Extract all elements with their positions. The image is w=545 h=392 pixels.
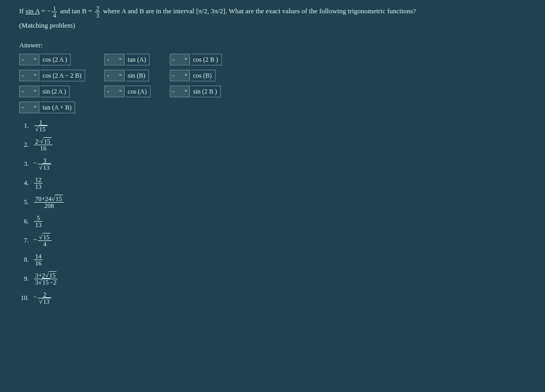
fraction-den: 15 [34,126,48,132]
key-expression: 3+215315−2 [33,272,59,286]
key-expression: 1416 [33,253,44,266]
dropdown-wrap: - [19,70,39,81]
sqrt-arg: 15 [44,137,52,145]
q-eq1: = [42,7,45,15]
q-and: and [60,7,70,15]
sqrt-arg: 13 [43,163,51,171]
match-label: cos (B) [191,70,216,81]
answer-key: 1.1152.2·15163.−3134.12135.70+24152086.5… [19,119,526,305]
fraction-num: 15 [38,234,52,241]
dropdown-wrap: - [19,102,39,113]
match-select[interactable]: - [19,70,39,81]
match-cell: -tan (A) [104,53,151,66]
match-select[interactable]: - [104,86,125,97]
key-index: 3. [19,160,29,168]
key-index: 6. [19,218,29,226]
fraction: 513 [34,215,43,228]
key-expression: −313 [33,157,53,171]
match-cell: -cos (2 A − 2 B) [19,69,85,82]
match-select[interactable]: - [104,54,125,65]
key-item: 1.115 [19,119,526,132]
fraction-den: 13 [38,298,52,305]
match-cell: -cos (2 A ) [19,53,85,66]
sqrt-icon [38,279,42,286]
key-item: 6.513 [19,214,526,228]
key-item: 4.1213 [19,176,526,190]
fraction: 70+2415208 [34,196,64,209]
match-cell: -cos (A) [104,85,151,98]
dropdown-wrap: - [170,70,190,81]
match-col: -cos (2 B )-cos (B)-sin (2 B ) [170,53,222,98]
match-label: cos (2 A ) [40,54,71,65]
page-root: If sin A = −14 and tan B = 23 where A an… [0,0,545,315]
match-cell: -sin (B) [104,69,151,82]
key-expression: −154 [33,234,53,247]
match-cell: -cos (2 B ) [170,53,222,66]
match-cell: -sin (2 A ) [19,85,85,98]
fraction-den: 13 [38,164,52,171]
matching-grid: -cos (2 A )-cos (2 A − 2 B)-sin (2 A )-t… [19,53,526,114]
match-select[interactable]: - [104,70,125,81]
q-sub: (Matching problem) [19,20,526,31]
answer-heading: Answer: [19,41,526,49]
match-label: sin (B) [126,70,149,81]
q-frac1-den: 4 [52,12,57,19]
fraction: 3+215315−2 [34,272,57,286]
key-index: 7. [19,237,29,245]
sqrt-icon [35,126,39,133]
fraction-den: 16 [34,145,53,152]
fraction: 213 [38,291,52,305]
key-expression: 1213 [33,177,44,190]
q-if: If [19,7,24,15]
dropdown-wrap: - [170,54,190,65]
neg-sign: − [33,236,37,244]
fraction-num: 2·15 [34,138,53,145]
key-item: 7.−154 [19,233,526,247]
match-label: tan (A + B) [40,102,75,113]
key-item: 9.3+215315−2 [19,272,526,286]
fraction-den: 16 [34,260,43,266]
fraction-den: 315−2 [34,279,57,286]
key-index: 4. [19,179,29,187]
key-item: 5.70+2415208 [19,195,526,209]
sqrt-icon [39,298,43,305]
q-neg1: − [47,7,51,15]
match-select[interactable]: - [170,86,190,97]
neg-sign: − [33,159,37,167]
key-index: 1. [19,122,29,130]
match-label: sin (2 A ) [40,86,70,97]
fraction: 1213 [34,177,43,190]
match-label: sin (2 B ) [191,86,221,97]
fraction-num: 14 [34,253,43,260]
q-sinA: sin A [26,7,39,15]
key-index: 2. [19,141,29,149]
q-tail: where A and B are in the interval [π/2, … [103,7,416,15]
fraction-den: 208 [34,203,64,209]
fraction-num: 70+2415 [34,196,64,203]
fraction-num: 5 [34,215,43,222]
key-expression: 2·1516 [33,138,54,152]
match-select[interactable]: - [170,70,190,81]
sqrt-arg: 15 [42,278,50,286]
fraction-den: 13 [34,222,43,228]
key-item: 2.2·1516 [19,138,526,152]
fraction-num: 12 [34,177,43,184]
dropdown-wrap: - [170,86,190,97]
fraction-den: 4 [38,241,52,247]
key-item: 8.1416 [19,253,526,266]
question-text: If sin A = −14 and tan B = 23 where A an… [19,5,526,31]
match-select[interactable]: - [19,102,39,113]
match-select[interactable]: - [170,54,190,65]
fraction: 2·1516 [34,138,53,152]
sqrt-icon [39,164,43,171]
match-select[interactable]: - [19,54,39,65]
match-select[interactable]: - [19,86,39,97]
sqrt-icon [39,233,43,241]
match-label: cos (A) [126,86,151,97]
sqrt-icon [40,138,44,145]
key-item: 3.−313 [19,157,526,171]
key-index: 10. [19,294,29,302]
match-cell: -cos (B) [170,69,222,82]
fraction: 115 [34,119,48,132]
key-index: 9. [19,275,29,283]
